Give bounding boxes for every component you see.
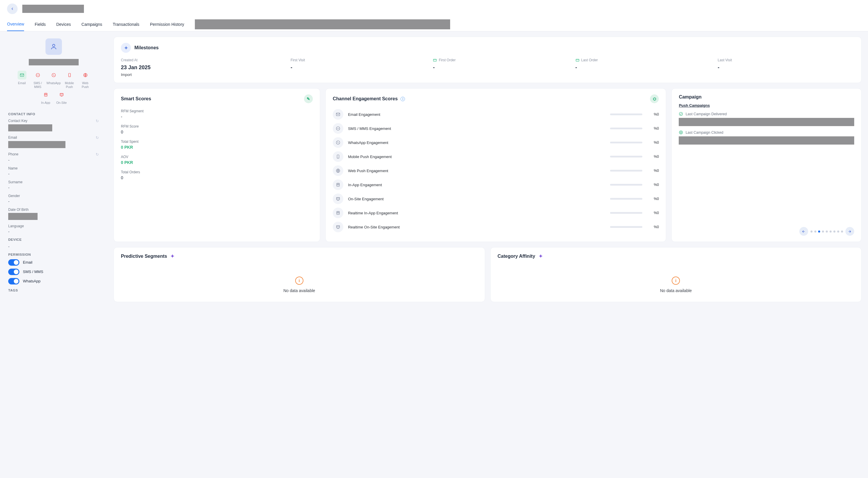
info-icon[interactable]: i (401, 97, 405, 101)
engagement-percent: %0 (647, 169, 659, 173)
pager-dot[interactable] (837, 230, 839, 232)
channel-label: Email (18, 81, 26, 85)
svg-rect-29 (337, 184, 339, 185)
permission-label: WhatsApp (23, 279, 40, 283)
pager-dot[interactable] (822, 230, 824, 232)
engagement-bar (610, 114, 642, 115)
svg-point-39 (679, 131, 683, 134)
field-value: - (8, 158, 99, 162)
milestone-sub: Import (121, 72, 285, 77)
engagement-label: Mobile Push Engagement (348, 155, 606, 159)
field-phone: Phone↻- (8, 152, 99, 162)
inapp-icon (333, 208, 343, 218)
refresh-icon[interactable]: ↻ (96, 135, 99, 140)
engagement-bar (610, 128, 642, 129)
whatsapp-icon (333, 137, 343, 148)
pager-next-button[interactable] (845, 227, 854, 236)
predictive-title: Predictive Segments (121, 254, 167, 259)
campaign-item: Last Campaign Clicked (679, 130, 854, 135)
sparkle-icon: ✦ (539, 253, 542, 259)
score-label: AOV (121, 155, 313, 159)
refresh-icon[interactable]: ↻ (96, 152, 99, 157)
channel-label: SMS / MMS (31, 81, 45, 89)
engagement-label: Email Engagement (348, 112, 606, 117)
card-icon (576, 58, 580, 62)
engagement-row: WhatsApp Engagement%0 (333, 137, 659, 148)
channel-label: Web Push (79, 81, 92, 89)
avatar (45, 38, 62, 55)
channel-mail[interactable]: Email (15, 71, 29, 89)
refresh-icon[interactable]: ↻ (96, 119, 99, 123)
tab-fields[interactable]: Fields (35, 18, 45, 31)
engagement-percent: %0 (647, 155, 659, 159)
channel-mobile[interactable]: Mobile Push (62, 71, 76, 89)
onsite-icon (57, 90, 66, 99)
campaign-value-placeholder (679, 136, 854, 145)
channel-chat[interactable]: SMS / MMS (31, 71, 45, 89)
channel-whatsapp[interactable]: WhatsApp (46, 71, 61, 89)
tab-campaigns[interactable]: Campaigns (82, 18, 102, 31)
svg-rect-15 (433, 59, 437, 62)
onsite-icon (333, 222, 343, 232)
pager-dot[interactable] (830, 230, 832, 232)
field-value-placeholder (8, 141, 65, 148)
svg-point-0 (53, 44, 55, 46)
user-icon (50, 43, 57, 50)
contact-name-placeholder (22, 5, 84, 13)
back-button[interactable] (7, 3, 18, 14)
pager-prev-button[interactable] (799, 227, 808, 236)
mobile-icon (333, 151, 343, 162)
pager-dot[interactable] (833, 230, 835, 232)
tab-devices[interactable]: Devices (56, 18, 71, 31)
svg-point-24 (336, 141, 340, 144)
pager-dot[interactable] (841, 230, 843, 232)
mobile-icon (65, 71, 74, 79)
score-value: - (121, 115, 313, 119)
engagement-label: On-Site Engagement (348, 197, 606, 201)
engagement-row: Mobile Push Engagement%0 (333, 151, 659, 162)
smart-scores-title: Smart Scores (121, 96, 151, 101)
permission-toggle[interactable] (8, 278, 19, 284)
channel-globe[interactable]: Web Push (79, 71, 92, 89)
wand-icon[interactable]: ✎ (304, 94, 313, 103)
predictive-nodata: No data available (283, 288, 315, 293)
channel-inapp[interactable]: In-App (39, 90, 53, 105)
engagement-percent: %0 (647, 197, 659, 201)
milestones-title: Milestones (134, 45, 159, 51)
tabs-row: OverviewFieldsDevicesCampaignsTransactio… (0, 18, 868, 31)
field-value-placeholder (8, 124, 52, 131)
sidebar-contact: EmailSMS / MMSWhatsAppMobile PushWeb Pus… (0, 31, 107, 307)
permission-toggle[interactable] (8, 259, 19, 266)
field-contact-key: Contact Key↻ (8, 119, 99, 131)
section-header-device: DEVICE (8, 238, 99, 241)
engagement-bar (610, 141, 642, 144)
milestone-item: Last Visit- (718, 58, 854, 77)
field-label: Date Of Birth (8, 208, 28, 212)
tab-transactionals[interactable]: Transactionals (113, 18, 140, 31)
tab-permission-history[interactable]: Permission History (150, 18, 184, 31)
mail-icon (333, 109, 343, 120)
permission-toggle[interactable] (8, 268, 19, 275)
engagement-row: Realtime On-Site Engagement%0 (333, 222, 659, 232)
svg-point-40 (680, 132, 682, 133)
milestone-label: Last Order (581, 58, 598, 62)
engagement-label: Web Push Engagement (348, 169, 606, 173)
device-value: - (8, 244, 99, 249)
engagement-row: In-App Engagement%0 (333, 180, 659, 190)
score-label: Total Orders (121, 170, 313, 174)
svg-rect-11 (45, 94, 46, 95)
pager-dot[interactable] (826, 230, 828, 232)
pager-dot[interactable] (814, 230, 816, 232)
target-icon (679, 130, 683, 135)
svg-rect-12 (60, 94, 63, 96)
score-value: 0 (121, 176, 313, 180)
pager-dot[interactable] (810, 230, 812, 232)
channel-onsite[interactable]: On-Site (55, 90, 69, 105)
onsite-icon (333, 194, 343, 204)
campaign-subtitle[interactable]: Push Campaigns (679, 103, 854, 107)
tab-overview[interactable]: Overview (7, 18, 24, 31)
field-value: - (8, 229, 99, 234)
hierarchy-icon[interactable]: ⌬ (650, 94, 659, 103)
pager-dot[interactable] (818, 230, 820, 232)
score-label: RFM Score (121, 124, 313, 128)
